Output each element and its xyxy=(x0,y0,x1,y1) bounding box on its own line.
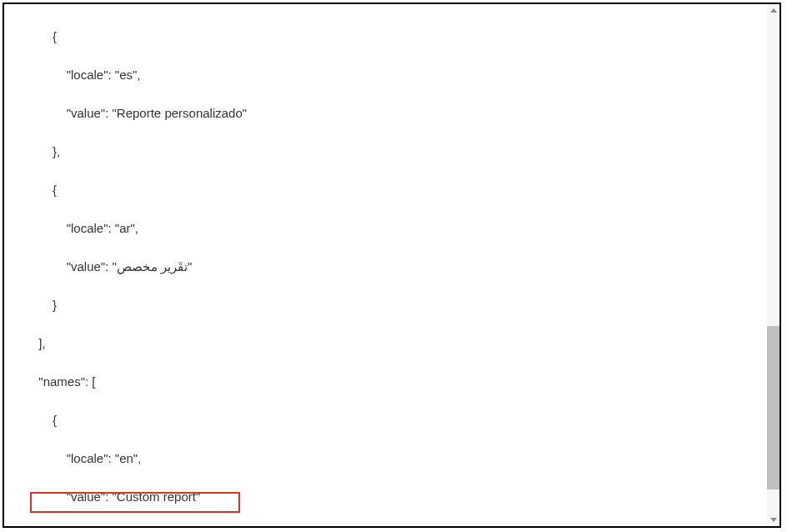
code-line: "locale": "es", xyxy=(11,65,773,84)
code-line: { xyxy=(11,410,773,429)
json-code-block: { "locale": "es", "value": "Reporte pers… xyxy=(4,4,779,528)
code-line: }, xyxy=(11,525,773,528)
code-line: "locale": "en", xyxy=(11,449,773,468)
scrollbar-track[interactable] xyxy=(767,4,779,526)
code-line: { xyxy=(11,180,773,199)
code-viewer: { "locale": "es", "value": "Reporte pers… xyxy=(3,3,781,528)
scrollbar-arrow-down[interactable] xyxy=(767,514,779,526)
code-line: "names": [ xyxy=(11,372,773,391)
code-line: ], xyxy=(11,334,773,353)
scrollbar-arrow-up[interactable] xyxy=(767,4,779,17)
scrollbar-thumb[interactable] xyxy=(767,326,779,489)
code-line: }, xyxy=(11,142,773,161)
code-line: "value": "Reporte personalizado" xyxy=(11,103,773,123)
code-line: "value": "Custom report" xyxy=(11,487,773,506)
code-line: } xyxy=(11,295,773,314)
chevron-down-icon xyxy=(770,518,777,522)
code-line: "value": "تقَرير مخصص" xyxy=(11,257,773,276)
code-line: "locale": "ar", xyxy=(11,218,773,238)
code-line: { xyxy=(11,27,773,46)
chevron-up-icon xyxy=(770,8,777,13)
